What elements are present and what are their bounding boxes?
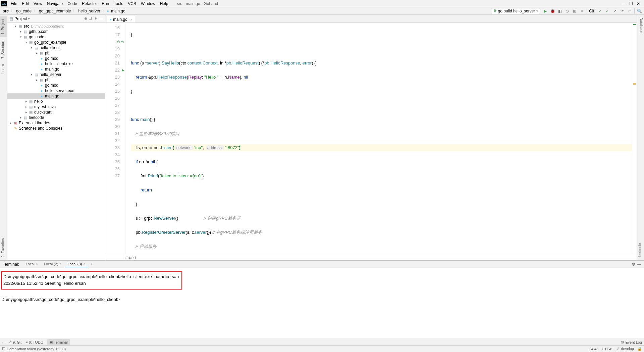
app-logo: GO	[1, 1, 7, 6]
tree-item[interactable]: ●hello_server.exe	[7, 88, 105, 93]
editor-tab-bar: ● main.go ×	[105, 15, 637, 23]
encoding[interactable]: UTF-8	[602, 347, 612, 351]
profile-button[interactable]: ⊙	[565, 9, 570, 13]
menu-run[interactable]: Run	[100, 1, 111, 7]
close-icon[interactable]: ×	[83, 262, 85, 266]
caret-position[interactable]: 24:43	[589, 347, 599, 351]
chevron-down-icon: ▾	[536, 9, 538, 13]
terminal-hide-button[interactable]: —	[637, 262, 641, 267]
menu-window[interactable]: Window	[139, 1, 157, 7]
menu-view[interactable]: View	[32, 1, 44, 7]
crumb-1[interactable]: go_code	[15, 9, 32, 13]
minimize-button[interactable]: —	[621, 1, 626, 6]
run-config-label: go build hello_server	[498, 9, 535, 13]
terminal-output[interactable]: D:\my\go\gopath\src\go_code\go_grpc_exam…	[0, 268, 644, 339]
lock-icon[interactable]: 🔒	[637, 347, 642, 351]
editor-tab-main[interactable]: ● main.go ×	[107, 16, 135, 23]
tree-item[interactable]: ▸▤quickstart	[7, 109, 105, 115]
close-button[interactable]: ✕	[636, 1, 641, 6]
tree-item[interactable]: ▾▤go_code	[7, 34, 105, 40]
editor-body[interactable]: 16 17 18●↑ ●↓ 19 20 21 22▶ 23 24 25 26 2…	[105, 23, 637, 254]
tab-git[interactable]: ⎇9: Git	[7, 340, 21, 344]
menu-refactor[interactable]: Refactor	[80, 1, 99, 7]
terminal-tab-2[interactable]: Local (3)×	[65, 261, 88, 267]
tree-item[interactable]: ▸▤leetcode	[7, 115, 105, 120]
tree-item[interactable]: ●main.go	[7, 67, 105, 72]
crumb-3[interactable]: hello_server	[77, 9, 101, 13]
terminal-settings-button[interactable]: ✼	[632, 262, 635, 267]
tree-item-selected[interactable]: ●main.go	[7, 93, 105, 99]
settings-button[interactable]: ✼	[94, 16, 97, 21]
update-button[interactable]: ✓	[597, 9, 603, 13]
debug-button[interactable]: 🐞	[550, 9, 555, 13]
tree-item[interactable]: ▸▤mytest_mvc	[7, 104, 105, 109]
tree-item[interactable]: ▸▤pb	[7, 77, 105, 83]
search-button[interactable]: 🔍	[637, 9, 642, 13]
run-gutter-icon[interactable]: ▶	[122, 67, 124, 74]
close-icon[interactable]: ×	[60, 262, 62, 266]
coverage-button[interactable]: ◧	[557, 9, 562, 13]
rollback-button[interactable]: ↶	[627, 9, 632, 13]
tab-eventlog[interactable]: ◷Event Log	[621, 340, 642, 344]
hide-button[interactable]: —	[99, 16, 103, 21]
crumb-src[interactable]: src	[2, 9, 9, 13]
tab-structure[interactable]: 7: Structure	[0, 37, 7, 61]
attach-button[interactable]: ⊞	[572, 9, 577, 13]
tab-learn[interactable]: Learn	[0, 61, 7, 76]
project-tree[interactable]: ▾▤ src D:\my\go\gopath\src ▸▤github.com …	[7, 23, 105, 260]
menu-file[interactable]: File	[9, 1, 19, 7]
terminal-tab-1[interactable]: Local (2)×	[41, 261, 64, 267]
tab-project[interactable]: 1: Project	[0, 16, 7, 37]
vcs-branch[interactable]: ⎇ develop	[615, 347, 634, 351]
tab-favorites[interactable]: 2: Favorites	[0, 235, 7, 260]
crumb-file[interactable]: main.go	[110, 9, 126, 13]
menu-navigate[interactable]: Navigate	[45, 1, 65, 7]
run-configuration-selector[interactable]: ⚒ go build hello_server ▾	[491, 8, 541, 14]
tab-terminal[interactable]: ▣Terminal	[47, 339, 70, 345]
commit-button[interactable]: ✓	[605, 9, 610, 13]
tab-database[interactable]: Database	[637, 15, 644, 36]
tree-item[interactable]: ●hello_client.exe	[7, 61, 105, 67]
highlighted-output: D:\my\go\gopath\src\go_code\go_grpc_exam…	[1, 271, 182, 290]
gutter-marker-icon[interactable]: ●↑ ●↓	[117, 38, 124, 45]
menu-help[interactable]: Help	[158, 1, 170, 7]
push-button[interactable]: ↗	[612, 9, 618, 13]
history-button[interactable]: ⟳	[620, 9, 625, 13]
menu-vcs[interactable]: VCS	[126, 1, 138, 7]
menu-tools[interactable]: Tools	[112, 1, 125, 7]
gutter[interactable]: 16 17 18●↑ ●↓ 19 20 21 22▶ 23 24 25 26 2…	[105, 23, 125, 254]
menu-edit[interactable]: Edit	[20, 1, 31, 7]
tab-todo[interactable]: ≡6: TODO	[25, 340, 43, 344]
code-content[interactable]: } func (s *server) SayHello(ctx context.…	[125, 23, 632, 254]
external-libraries[interactable]: ▸⊞External Libraries	[7, 120, 105, 126]
right-tool-strip: Database leetcode	[637, 15, 644, 260]
maximize-button[interactable]: ☐	[629, 1, 633, 6]
tree-item[interactable]: ▸▤hello	[7, 99, 105, 104]
editor-overview-ruler[interactable]	[632, 23, 637, 254]
terminal-tab-0[interactable]: Local×	[23, 261, 41, 267]
locate-button[interactable]: ⊕	[84, 16, 87, 21]
close-tab-button[interactable]: ×	[130, 17, 132, 21]
bottom-tool-strip: ▫ ⎇9: Git ≡6: TODO ▣Terminal ◷Event Log	[0, 339, 644, 345]
expand-button[interactable]: ⇄	[89, 16, 92, 21]
tree-item[interactable]: ▸▤github.com	[7, 29, 105, 34]
tree-item[interactable]: ▾▤hello_client	[7, 45, 105, 50]
tree-item[interactable]: ▾▤hello_server	[7, 72, 105, 77]
menu-code[interactable]: Code	[65, 1, 79, 7]
run-button[interactable]: ▶	[542, 9, 548, 13]
editor: ● main.go × 16 17 18●↑ ●↓ 19 20 21 22▶ 2…	[105, 15, 637, 260]
status-icon: ☐	[2, 347, 5, 351]
tree-item[interactable]: ●go.mod	[7, 56, 105, 61]
tree-item[interactable]: ▾▤go_grpc_example	[7, 40, 105, 45]
tree-root[interactable]: ▾▤ src D:\my\go\gopath\src	[7, 24, 105, 29]
close-icon[interactable]: ×	[36, 262, 38, 266]
tree-item[interactable]: ●go.mod	[7, 83, 105, 88]
stop-button[interactable]: ■	[579, 9, 585, 13]
new-terminal-button[interactable]: +	[88, 262, 96, 267]
scratches[interactable]: ✎Scratches and Consoles	[7, 126, 105, 131]
crumb-2[interactable]: go_grpc_example	[38, 9, 71, 13]
tab-leetcode[interactable]: leetcode	[637, 240, 644, 260]
tree-item[interactable]: ▸▤pb	[7, 50, 105, 56]
bottom-corner-icon[interactable]: ▫	[2, 340, 3, 344]
editor-breadcrumb[interactable]: main()	[105, 254, 637, 260]
